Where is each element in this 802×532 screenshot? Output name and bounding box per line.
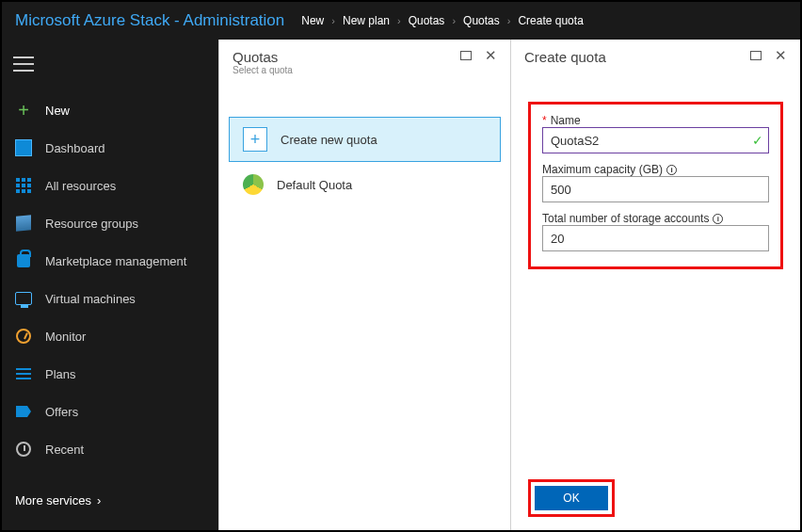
required-star-icon: * <box>542 114 547 127</box>
bag-icon <box>15 252 32 269</box>
plus-icon: + <box>15 102 32 119</box>
close-icon[interactable]: ✕ <box>775 51 787 60</box>
sidebar-item-recent[interactable]: Recent <box>2 431 218 467</box>
capacity-label: Maximum capacity (GB) i <box>542 163 769 176</box>
blade-header: Quotas Select a quota ✕ <box>219 40 510 89</box>
sidebar-item-label: Plans <box>45 367 76 381</box>
chevron-right-icon: › <box>448 15 459 26</box>
pie-chart-icon <box>243 174 264 195</box>
breadcrumb: New › New plan › Quotas › Quotas › Creat… <box>301 14 584 27</box>
breadcrumb-item[interactable]: New plan <box>343 14 390 27</box>
sidebar-item-label: Marketplace management <box>45 254 186 268</box>
label-text: Name <box>551 114 581 127</box>
breadcrumb-item[interactable]: Quotas <box>409 14 445 27</box>
name-input[interactable] <box>542 127 769 153</box>
grid-icon <box>15 177 32 194</box>
top-bar: Microsoft Azure Stack - Administration N… <box>2 2 800 40</box>
sidebar-item-new[interactable]: + New <box>2 92 218 128</box>
chevron-right-icon: › <box>97 493 101 508</box>
capacity-input[interactable] <box>542 176 769 202</box>
clock-icon <box>15 441 32 458</box>
form-highlight: * Name ✓ Maximum capacity (GB) i <box>528 102 783 269</box>
sidebar-item-all-resources[interactable]: All resources <box>2 168 218 203</box>
dashboard-icon <box>15 139 32 156</box>
sidebar-item-marketplace[interactable]: Marketplace management <box>2 243 218 279</box>
quota-item-create-new[interactable]: + Create new quota <box>229 117 501 162</box>
monitor-icon <box>15 290 32 307</box>
sidebar-item-label: Offers <box>45 405 78 419</box>
chevron-right-icon: › <box>393 15 405 26</box>
sidebar-item-label: Monitor <box>45 330 86 344</box>
sidebar-item-resource-groups[interactable]: Resource groups <box>2 205 218 241</box>
blade-title: Create quota <box>524 49 606 65</box>
name-label: * Name <box>542 114 769 127</box>
quota-item-default[interactable]: Default Quota <box>229 162 501 207</box>
quota-item-label: Create new quota <box>281 133 377 147</box>
sidebar-item-label: Recent <box>45 443 84 457</box>
chevron-right-icon: › <box>504 15 515 26</box>
sidebar-item-plans[interactable]: Plans <box>2 356 218 392</box>
hamburger-button[interactable] <box>2 45 218 83</box>
plus-box-icon: + <box>243 127 267 152</box>
check-icon: ✓ <box>752 133 763 148</box>
ok-highlight: OK <box>528 479 615 517</box>
create-quota-blade: Create quota ✕ * Name <box>510 40 800 530</box>
more-services-label: More services <box>15 493 91 508</box>
blade-subtitle: Select a quota <box>233 65 293 75</box>
list-icon <box>15 365 32 382</box>
sidebar-item-virtual-machines[interactable]: Virtual machines <box>2 281 218 316</box>
maximize-icon[interactable] <box>460 51 472 60</box>
info-icon[interactable]: i <box>666 165 677 175</box>
info-icon[interactable]: i <box>713 214 723 224</box>
sidebar-item-offers[interactable]: Offers <box>2 394 218 429</box>
sidebar-item-monitor[interactable]: Monitor <box>2 318 218 354</box>
maximize-icon[interactable] <box>750 51 762 60</box>
blade-title: Quotas <box>233 49 293 65</box>
product-title: Microsoft Azure Stack - Administration <box>15 11 284 30</box>
sidebar-item-label: Dashboard <box>45 141 105 155</box>
hamburger-icon <box>13 56 34 72</box>
ok-button[interactable]: OK <box>535 486 608 510</box>
label-text: Maximum capacity (GB) <box>542 163 663 176</box>
breadcrumb-item[interactable]: Create quota <box>518 14 583 27</box>
blade-header: Create quota ✕ <box>511 40 800 89</box>
chevron-right-icon: › <box>328 15 339 26</box>
quota-item-label: Default Quota <box>277 178 352 192</box>
sidebar-item-label: Virtual machines <box>45 292 136 306</box>
more-services-button[interactable]: More services › <box>2 484 218 517</box>
tag-icon <box>15 403 32 420</box>
accounts-label: Total number of storage accounts i <box>542 212 769 225</box>
close-icon[interactable]: ✕ <box>485 51 497 60</box>
sidebar-item-label: Resource groups <box>45 217 138 231</box>
cube-icon <box>15 215 32 232</box>
gauge-icon <box>15 328 32 345</box>
sidebar-item-label: All resources <box>45 179 116 193</box>
breadcrumb-item[interactable]: Quotas <box>463 14 500 27</box>
breadcrumb-item[interactable]: New <box>301 14 324 27</box>
sidebar-item-label: New <box>45 104 70 118</box>
sidebar: + New Dashboard All resources Resource g… <box>2 40 218 530</box>
accounts-input[interactable] <box>542 225 769 251</box>
quotas-blade: Quotas Select a quota ✕ + Create new quo… <box>218 40 510 530</box>
sidebar-item-dashboard[interactable]: Dashboard <box>2 130 218 166</box>
label-text: Total number of storage accounts <box>542 212 709 225</box>
